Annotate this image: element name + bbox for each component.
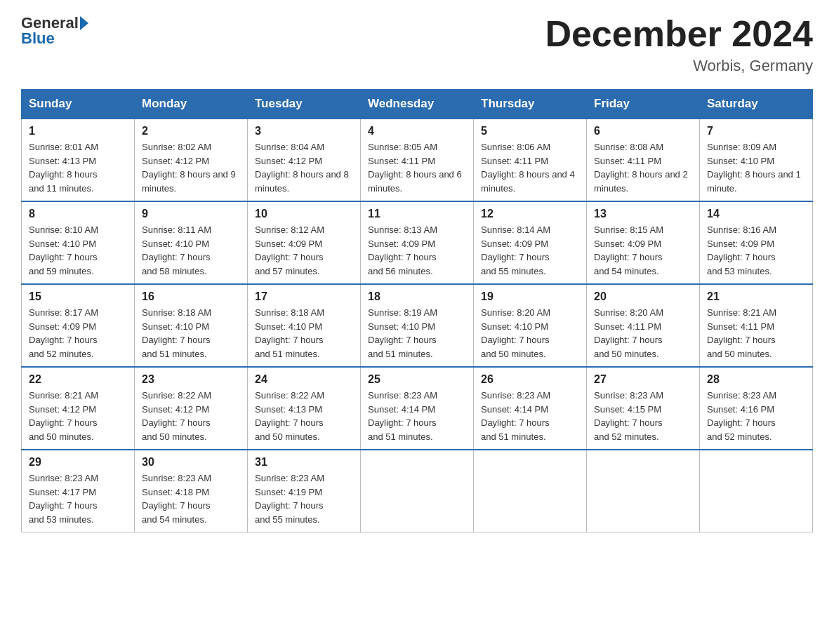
- day-number: 4: [368, 125, 466, 137]
- day-info: Sunrise: 8:02 AM Sunset: 4:12 PM Dayligh…: [142, 140, 240, 195]
- day-info: Sunrise: 8:22 AM Sunset: 4:13 PM Dayligh…: [255, 389, 353, 443]
- week-row-2: 8 Sunrise: 8:10 AM Sunset: 4:10 PM Dayli…: [22, 201, 813, 284]
- table-row: 5 Sunrise: 8:06 AM Sunset: 4:11 PM Dayli…: [474, 119, 587, 201]
- table-row: 28 Sunrise: 8:23 AM Sunset: 4:16 PM Dayl…: [700, 367, 813, 450]
- day-info: Sunrise: 8:23 AM Sunset: 4:16 PM Dayligh…: [707, 389, 805, 443]
- day-number: 25: [368, 373, 466, 386]
- table-row: [700, 450, 813, 532]
- table-row: 18 Sunrise: 8:19 AM Sunset: 4:10 PM Dayl…: [361, 284, 474, 367]
- day-info: Sunrise: 8:05 AM Sunset: 4:11 PM Dayligh…: [368, 140, 466, 195]
- table-row: 19 Sunrise: 8:20 AM Sunset: 4:10 PM Dayl…: [474, 284, 587, 367]
- day-info: Sunrise: 8:23 AM Sunset: 4:19 PM Dayligh…: [255, 471, 353, 526]
- table-row: 17 Sunrise: 8:18 AM Sunset: 4:10 PM Dayl…: [248, 284, 361, 367]
- logo-arrow-icon: [80, 16, 88, 30]
- table-row: 4 Sunrise: 8:05 AM Sunset: 4:11 PM Dayli…: [361, 119, 474, 201]
- location-subtitle: Worbis, Germany: [545, 57, 813, 75]
- table-row: 2 Sunrise: 8:02 AM Sunset: 4:12 PM Dayli…: [135, 119, 248, 201]
- logo-blue-text: Blue: [21, 29, 55, 48]
- table-row: 30 Sunrise: 8:23 AM Sunset: 4:18 PM Dayl…: [135, 450, 248, 532]
- table-row: 1 Sunrise: 8:01 AM Sunset: 4:13 PM Dayli…: [22, 119, 135, 201]
- day-number: 5: [481, 125, 579, 137]
- col-sunday: Sunday: [22, 90, 135, 119]
- day-number: 11: [368, 208, 466, 220]
- week-row-1: 1 Sunrise: 8:01 AM Sunset: 4:13 PM Dayli…: [22, 119, 813, 201]
- day-info: Sunrise: 8:18 AM Sunset: 4:10 PM Dayligh…: [142, 306, 240, 361]
- col-monday: Monday: [135, 90, 248, 119]
- day-number: 22: [29, 373, 127, 386]
- day-number: 24: [255, 373, 353, 386]
- day-info: Sunrise: 8:21 AM Sunset: 4:12 PM Dayligh…: [29, 389, 127, 443]
- day-number: 15: [29, 290, 127, 303]
- day-number: 3: [255, 125, 353, 137]
- table-row: 8 Sunrise: 8:10 AM Sunset: 4:10 PM Dayli…: [22, 201, 135, 284]
- day-info: Sunrise: 8:22 AM Sunset: 4:12 PM Dayligh…: [142, 389, 240, 443]
- day-number: 16: [142, 290, 240, 303]
- day-number: 14: [707, 208, 805, 220]
- table-row: 11 Sunrise: 8:13 AM Sunset: 4:09 PM Dayl…: [361, 201, 474, 284]
- calendar-header-row: Sunday Monday Tuesday Wednesday Thursday…: [22, 90, 813, 119]
- day-number: 26: [481, 373, 579, 386]
- table-row: 3 Sunrise: 8:04 AM Sunset: 4:12 PM Dayli…: [248, 119, 361, 201]
- week-row-4: 22 Sunrise: 8:21 AM Sunset: 4:12 PM Dayl…: [22, 367, 813, 450]
- day-info: Sunrise: 8:23 AM Sunset: 4:14 PM Dayligh…: [368, 389, 466, 443]
- day-number: 18: [368, 290, 466, 303]
- day-number: 29: [29, 456, 127, 469]
- table-row: [361, 450, 474, 532]
- table-row: [474, 450, 587, 532]
- table-row: 20 Sunrise: 8:20 AM Sunset: 4:11 PM Dayl…: [587, 284, 700, 367]
- day-number: 9: [142, 208, 240, 220]
- day-number: 2: [142, 125, 240, 137]
- day-info: Sunrise: 8:11 AM Sunset: 4:10 PM Dayligh…: [142, 223, 240, 278]
- day-info: Sunrise: 8:13 AM Sunset: 4:09 PM Dayligh…: [368, 223, 466, 278]
- day-number: 19: [481, 290, 579, 303]
- logo: General Blue: [21, 14, 90, 48]
- table-row: 12 Sunrise: 8:14 AM Sunset: 4:09 PM Dayl…: [474, 201, 587, 284]
- day-number: 20: [594, 290, 692, 303]
- day-info: Sunrise: 8:08 AM Sunset: 4:11 PM Dayligh…: [594, 140, 692, 195]
- col-tuesday: Tuesday: [248, 90, 361, 119]
- day-info: Sunrise: 8:06 AM Sunset: 4:11 PM Dayligh…: [481, 140, 579, 195]
- day-info: Sunrise: 8:15 AM Sunset: 4:09 PM Dayligh…: [594, 223, 692, 278]
- day-info: Sunrise: 8:10 AM Sunset: 4:10 PM Dayligh…: [29, 223, 127, 278]
- table-row: 13 Sunrise: 8:15 AM Sunset: 4:09 PM Dayl…: [587, 201, 700, 284]
- day-number: 31: [255, 456, 353, 469]
- table-row: 26 Sunrise: 8:23 AM Sunset: 4:14 PM Dayl…: [474, 367, 587, 450]
- table-row: 7 Sunrise: 8:09 AM Sunset: 4:10 PM Dayli…: [700, 119, 813, 201]
- day-info: Sunrise: 8:21 AM Sunset: 4:11 PM Dayligh…: [707, 306, 805, 361]
- week-row-3: 15 Sunrise: 8:17 AM Sunset: 4:09 PM Dayl…: [22, 284, 813, 367]
- day-info: Sunrise: 8:14 AM Sunset: 4:09 PM Dayligh…: [481, 223, 579, 278]
- col-saturday: Saturday: [700, 90, 813, 119]
- day-info: Sunrise: 8:20 AM Sunset: 4:11 PM Dayligh…: [594, 306, 692, 361]
- day-info: Sunrise: 8:09 AM Sunset: 4:10 PM Dayligh…: [707, 140, 805, 195]
- calendar-table: Sunday Monday Tuesday Wednesday Thursday…: [21, 89, 813, 532]
- table-row: 29 Sunrise: 8:23 AM Sunset: 4:17 PM Dayl…: [22, 450, 135, 532]
- table-row: 15 Sunrise: 8:17 AM Sunset: 4:09 PM Dayl…: [22, 284, 135, 367]
- page-header: General Blue December 2024 Worbis, Germa…: [21, 14, 813, 75]
- table-row: [587, 450, 700, 532]
- day-number: 10: [255, 208, 353, 220]
- day-info: Sunrise: 8:23 AM Sunset: 4:15 PM Dayligh…: [594, 389, 692, 443]
- day-info: Sunrise: 8:01 AM Sunset: 4:13 PM Dayligh…: [29, 140, 127, 195]
- day-number: 23: [142, 373, 240, 386]
- day-number: 27: [594, 373, 692, 386]
- day-number: 7: [707, 125, 805, 137]
- col-friday: Friday: [587, 90, 700, 119]
- day-number: 6: [594, 125, 692, 137]
- day-info: Sunrise: 8:17 AM Sunset: 4:09 PM Dayligh…: [29, 306, 127, 361]
- day-info: Sunrise: 8:23 AM Sunset: 4:17 PM Dayligh…: [29, 471, 127, 526]
- day-number: 28: [707, 373, 805, 386]
- day-number: 13: [594, 208, 692, 220]
- table-row: 10 Sunrise: 8:12 AM Sunset: 4:09 PM Dayl…: [248, 201, 361, 284]
- title-block: December 2024 Worbis, Germany: [545, 14, 813, 75]
- day-info: Sunrise: 8:20 AM Sunset: 4:10 PM Dayligh…: [481, 306, 579, 361]
- col-wednesday: Wednesday: [361, 90, 474, 119]
- table-row: 21 Sunrise: 8:21 AM Sunset: 4:11 PM Dayl…: [700, 284, 813, 367]
- table-row: 22 Sunrise: 8:21 AM Sunset: 4:12 PM Dayl…: [22, 367, 135, 450]
- day-info: Sunrise: 8:04 AM Sunset: 4:12 PM Dayligh…: [255, 140, 353, 195]
- table-row: 23 Sunrise: 8:22 AM Sunset: 4:12 PM Dayl…: [135, 367, 248, 450]
- day-info: Sunrise: 8:23 AM Sunset: 4:18 PM Dayligh…: [142, 471, 240, 526]
- table-row: 31 Sunrise: 8:23 AM Sunset: 4:19 PM Dayl…: [248, 450, 361, 532]
- table-row: 16 Sunrise: 8:18 AM Sunset: 4:10 PM Dayl…: [135, 284, 248, 367]
- table-row: 14 Sunrise: 8:16 AM Sunset: 4:09 PM Dayl…: [700, 201, 813, 284]
- week-row-5: 29 Sunrise: 8:23 AM Sunset: 4:17 PM Dayl…: [22, 450, 813, 532]
